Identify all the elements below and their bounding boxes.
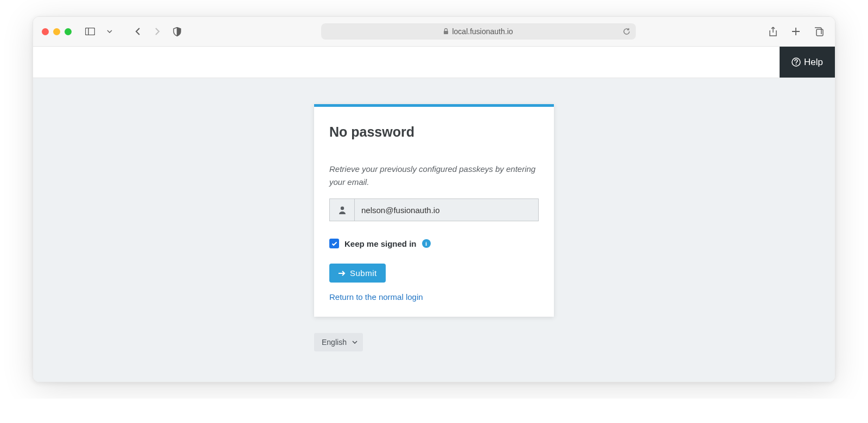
window-minimize-button[interactable] [53, 28, 60, 35]
email-input[interactable] [355, 199, 538, 221]
language-select[interactable]: English [314, 333, 363, 351]
help-icon [792, 57, 801, 67]
user-icon [330, 199, 355, 221]
arrow-right-icon [338, 270, 346, 277]
privacy-shield-icon[interactable] [169, 25, 184, 38]
browser-window: local.fusionauth.io Help [33, 16, 835, 382]
email-input-group [329, 198, 539, 221]
keep-signed-in-label: Keep me signed in [344, 239, 417, 248]
help-label: Help [804, 57, 823, 68]
url-text: local.fusionauth.io [452, 27, 513, 36]
return-to-login-link[interactable]: Return to the normal login [329, 292, 539, 302]
svg-rect-0 [86, 28, 95, 35]
share-button[interactable] [765, 25, 781, 38]
lock-icon [443, 28, 449, 35]
app-header: Help [33, 47, 835, 78]
app-body: No password Retrieve your previously con… [33, 78, 835, 382]
window-close-button[interactable] [42, 28, 49, 35]
sidebar-dropdown-button[interactable] [102, 25, 117, 38]
browser-toolbar: local.fusionauth.io [33, 17, 835, 47]
info-icon[interactable]: i [422, 239, 431, 248]
panel-instruction: Retrieve your previously configured pass… [329, 163, 539, 189]
svg-point-6 [340, 206, 343, 209]
language-selector-row: English [314, 333, 554, 351]
nav-back-button[interactable] [130, 25, 145, 38]
submit-button[interactable]: Submit [329, 264, 386, 283]
keep-signed-in-row: Keep me signed in i [329, 239, 539, 248]
svg-rect-3 [816, 29, 823, 36]
login-panel: No password Retrieve your previously con… [314, 104, 554, 317]
svg-rect-2 [444, 31, 448, 34]
submit-label: Submit [350, 268, 377, 278]
help-button[interactable]: Help [780, 47, 835, 78]
svg-point-5 [796, 64, 797, 65]
nav-forward-button[interactable] [150, 25, 165, 38]
keep-signed-in-checkbox[interactable] [329, 239, 339, 248]
sidebar-toggle-button[interactable] [82, 25, 98, 38]
new-tab-button[interactable] [788, 25, 803, 38]
address-bar[interactable]: local.fusionauth.io [321, 23, 636, 40]
tab-overview-button[interactable] [811, 25, 826, 38]
window-maximize-button[interactable] [65, 28, 72, 35]
window-controls [42, 28, 72, 35]
reload-button[interactable] [623, 28, 630, 35]
panel-title: No password [329, 124, 539, 140]
